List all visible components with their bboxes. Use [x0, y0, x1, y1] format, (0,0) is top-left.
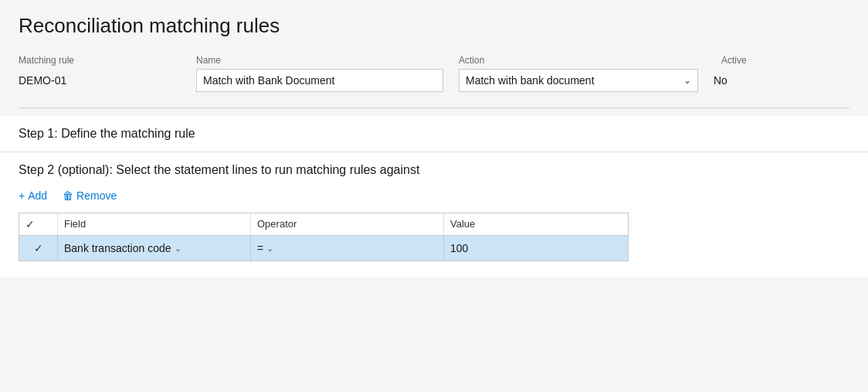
action-dropdown[interactable]: Match with bank document ⌄	[459, 69, 698, 92]
header-divider	[19, 107, 849, 108]
trash-icon: 🗑	[63, 189, 73, 202]
col-header-operator: Operator	[251, 213, 444, 235]
operator-dropdown-arrow-icon: ⌄	[266, 244, 273, 254]
active-value: No	[714, 74, 727, 87]
row-operator[interactable]: = ⌄	[251, 236, 444, 261]
check-header-icon: ✓	[25, 218, 35, 230]
step1-section: Step 1: Define the matching rule	[0, 116, 868, 152]
col-header-check: ✓	[19, 213, 58, 235]
toolbar: + Add 🗑 Remove	[19, 189, 849, 202]
field-dropdown-arrow-icon: ⌄	[175, 244, 181, 254]
table-header: ✓ Field Operator Value	[19, 213, 628, 236]
row-field[interactable]: Bank transaction code ⌄	[58, 236, 251, 261]
add-button[interactable]: + Add	[19, 189, 47, 202]
row-field-text: Bank transaction code	[64, 242, 171, 254]
header-row: Matching rule Name Action Active DEMO-01…	[19, 49, 849, 101]
col-header-field: Field	[58, 213, 251, 235]
row-value-text: 100	[450, 242, 468, 254]
add-label: Add	[28, 189, 47, 202]
action-label: Action	[459, 55, 721, 66]
row-check[interactable]: ✓	[19, 236, 58, 261]
dropdown-arrow-icon: ⌄	[683, 75, 691, 86]
page-wrapper: Reconciliation matching rules Matching r…	[0, 0, 868, 108]
conditions-table: ✓ Field Operator Value ✓ Bank transactio…	[19, 213, 629, 261]
header-labels: Matching rule Name Action Active	[19, 55, 849, 66]
table-row: ✓ Bank transaction code ⌄ = ⌄ 100	[19, 236, 628, 261]
active-label: Active	[721, 55, 798, 66]
remove-label: Remove	[76, 189, 117, 202]
col-header-value: Value	[444, 213, 628, 235]
name-label: Name	[196, 55, 459, 66]
row-check-icon: ✓	[34, 242, 43, 254]
matching-rule-label: Matching rule	[19, 55, 196, 66]
step2-title: Step 2 (optional): Select the statement …	[19, 163, 849, 177]
step2-section: Step 2 (optional): Select the statement …	[0, 152, 868, 277]
row-value[interactable]: 100	[444, 236, 628, 261]
header-values: DEMO-01 Match with bank document ⌄ No	[19, 69, 849, 92]
name-input[interactable]	[196, 69, 443, 92]
add-icon: +	[19, 189, 25, 202]
matching-rule-value: DEMO-01	[19, 74, 196, 87]
row-operator-text: =	[257, 242, 263, 254]
page-title: Reconciliation matching rules	[19, 14, 849, 38]
step1-title: Step 1: Define the matching rule	[19, 127, 195, 140]
action-dropdown-text: Match with bank document	[466, 74, 683, 87]
content-area: Step 1: Define the matching rule Step 2 …	[0, 116, 868, 277]
remove-button[interactable]: 🗑 Remove	[63, 189, 117, 202]
